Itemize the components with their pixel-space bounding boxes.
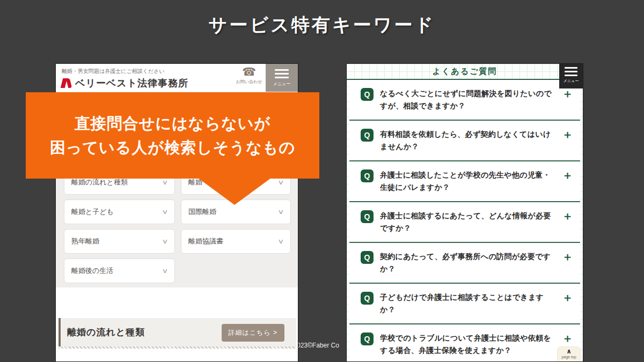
hamburger-icon	[565, 67, 577, 76]
law-site-branding: 離婚・男女問題は弁護士にご相談ください ベリーベスト法律事務所	[56, 64, 232, 92]
callout-pointer	[198, 178, 271, 205]
chevron-down-icon: ∨	[162, 267, 168, 275]
faq-header: よくあるご質問	[347, 64, 583, 80]
site-tagline: 離婚・男女問題は弁護士にご相談ください	[62, 68, 232, 75]
page-top-label: page top	[558, 355, 580, 359]
plus-icon[interactable]: ＋	[562, 291, 573, 304]
dropdown-life-after-divorce[interactable]: 離婚後の生活 ∨	[64, 258, 175, 283]
slide-title: サービス特有キーワード	[0, 13, 644, 38]
question-badge: Q	[361, 292, 374, 305]
question-text: 学校でのトラブルについて弁護士に相談や依頼をする場合、弁護士保険を使えますか？	[380, 332, 555, 357]
hamburger-icon	[275, 69, 289, 78]
contact-phone-button[interactable]: ☎ お問い合わせ	[232, 64, 266, 92]
section-heading-band: 離婚の流れと種類 詳細はこちら >	[58, 318, 296, 346]
plus-icon[interactable]: ＋	[562, 250, 573, 263]
phone-icon: ☎	[232, 66, 266, 78]
plus-icon[interactable]: ＋	[562, 169, 573, 181]
faq-row[interactable]: Q 弁護士に相談したことが学校の先生や他の児童・生徒にバレますか？ ＋	[349, 161, 580, 202]
section-heading: 離婚の流れと種類	[67, 326, 145, 338]
question-badge: Q	[361, 210, 374, 223]
law-site-header: 離婚・男女問題は弁護士にご相談ください ベリーベスト法律事務所 ☎ お問い合わせ…	[56, 64, 298, 92]
question-text: 子どもだけで弁護士に相談することはできますか？	[380, 291, 555, 316]
faq-list: Q なるべく大ごとにせずに問題解決を図りたいのですが、相談できますか？ ＋ Q …	[347, 80, 583, 362]
question-text: 有料相談を依頼したら、必ず契約しなくてはいけませんか？	[380, 128, 555, 153]
question-badge: Q	[361, 88, 374, 101]
faq-row[interactable]: Q 学校でのトラブルについて弁護士に相談や依頼をする場合、弁護士保険を使えますか…	[349, 324, 580, 362]
faq-menu-button[interactable]: メニュー	[559, 63, 583, 88]
hatched-divider	[58, 346, 296, 349]
callout-line1: 直接問合せにはならないが	[75, 112, 270, 136]
brand-name: ベリーベスト法律事務所	[75, 77, 188, 90]
faq-row[interactable]: Q なるべく大ごとにせずに問題解決を図りたいのですが、相談できますか？ ＋	[349, 80, 580, 121]
question-badge: Q	[361, 251, 374, 264]
question-text: 契約にあたって、必ず事務所への訪問が必要ですか？	[380, 250, 555, 275]
dropdown-divorce-agreement[interactable]: 離婚協議書 ∨	[181, 229, 291, 254]
chevron-up-icon: ∧	[558, 348, 580, 355]
chevron-down-icon: ∨	[162, 238, 168, 245]
callout-line2: 困っている人が検索しそうなもの	[50, 136, 295, 160]
contact-label: お問い合わせ	[232, 79, 266, 85]
faq-row[interactable]: Q 弁護士に相談するにあたって、どんな情報が必要ですか？ ＋	[349, 202, 580, 243]
detail-link-button[interactable]: 詳細はこちら >	[222, 324, 284, 342]
chevron-down-icon: ∨	[162, 179, 168, 186]
chevron-down-icon: ∨	[277, 179, 284, 186]
brand-logo-icon	[62, 78, 72, 88]
chevron-down-icon: ∨	[277, 238, 284, 245]
plus-icon[interactable]: ＋	[562, 87, 573, 100]
menu-button[interactable]: メニュー	[266, 64, 298, 92]
faq-row[interactable]: Q 契約にあたって、必ず事務所への訪問が必要ですか？ ＋	[349, 243, 580, 284]
chevron-down-icon: ∨	[277, 208, 284, 216]
faq-menu-label: メニュー	[564, 78, 579, 84]
page-top-button[interactable]: ∧ page top	[557, 346, 581, 362]
question-text: 弁護士に相談するにあたって、どんな情報が必要ですか？	[380, 210, 555, 234]
question-badge: Q	[361, 129, 374, 142]
question-text: なるべく大ごとにせずに問題解決を図りたいのですが、相談できますか？	[380, 87, 555, 112]
faq-screenshot: よくあるご質問 メニュー Q なるべく大ごとにせずに問題解決を図りたいのですが、…	[346, 63, 583, 362]
chevron-down-icon: ∨	[162, 208, 168, 216]
plus-icon[interactable]: ＋	[562, 128, 573, 141]
faq-page-title: よくあるご質問	[347, 64, 583, 79]
faq-row[interactable]: Q 有料相談を依頼したら、必ず契約しなくてはいけませんか？ ＋	[349, 121, 580, 161]
plus-icon[interactable]: ＋	[562, 332, 573, 344]
faq-row[interactable]: Q 子どもだけで弁護士に相談することはできますか？ ＋	[349, 284, 580, 324]
presentation-slide: サービス特有キーワード 離婚・男女問題は弁護士にご相談ください ベリーベスト法律…	[0, 0, 644, 362]
question-badge: Q	[361, 169, 374, 182]
menu-label: メニュー	[273, 81, 291, 87]
question-text: 弁護士に相談したことが学校の先生や他の児童・生徒にバレますか？	[380, 169, 555, 194]
copyright-text: 023©Faber Co	[297, 342, 339, 349]
plus-icon[interactable]: ＋	[562, 210, 573, 222]
dropdown-divorce-children[interactable]: 離婚と子ども ∨	[64, 200, 175, 224]
dropdown-mature-divorce[interactable]: 熟年離婚 ∨	[64, 229, 175, 254]
question-badge: Q	[361, 333, 374, 345]
callout-box: 直接問合せにはならないが 困っている人が検索しそうなもの	[26, 92, 319, 179]
